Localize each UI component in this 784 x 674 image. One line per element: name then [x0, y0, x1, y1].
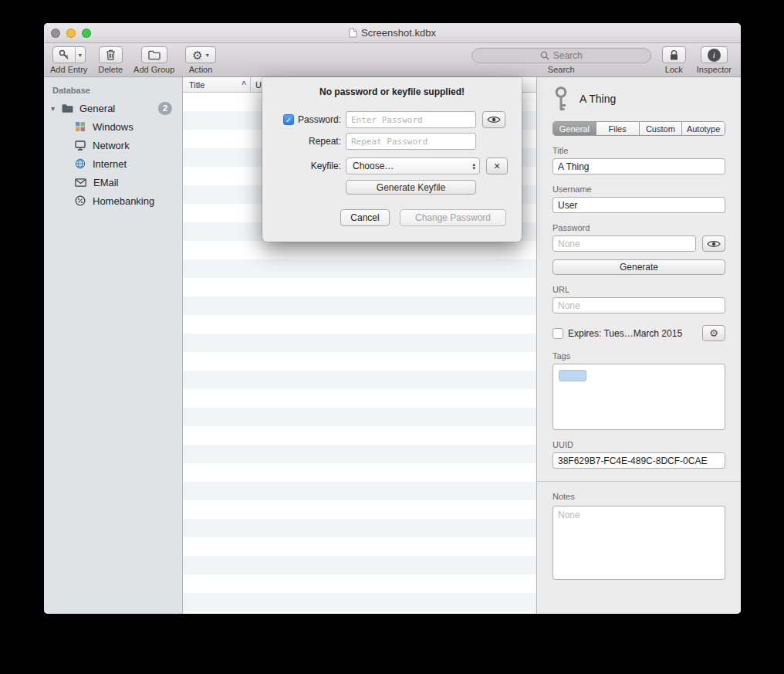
column-username[interactable]: U [251, 77, 262, 92]
action-button[interactable]: ⚙ ▾ [185, 46, 215, 63]
document-icon [349, 28, 357, 38]
chevron-down-icon: ▾ [206, 52, 209, 59]
sheet-buttons: Cancel Change Password [262, 209, 522, 226]
add-entry-item: ▾ Add Entry [50, 46, 87, 74]
sidebar-item-label: General [79, 103, 115, 114]
gear-icon: ⚙ [709, 328, 718, 338]
key-icon [553, 86, 569, 112]
lock-label: Lock [665, 65, 683, 74]
keyfile-popup[interactable]: Choose… ▴▾ [346, 157, 480, 174]
sidebar-item-windows[interactable]: Windows [44, 117, 182, 136]
title-field-label: Title [553, 146, 725, 155]
notes-field[interactable] [553, 506, 725, 580]
add-group-button[interactable] [141, 46, 167, 63]
tag-chip[interactable] [559, 370, 586, 381]
delete-button[interactable] [99, 46, 123, 63]
username-field[interactable] [553, 197, 725, 213]
reveal-password-button[interactable] [702, 235, 725, 252]
add-entry-button[interactable]: ▾ [52, 46, 86, 63]
repeat-input[interactable] [346, 133, 476, 150]
sidebar-item-email[interactable]: EMail [44, 173, 182, 191]
envelope-icon [75, 178, 86, 187]
folder-icon [148, 50, 161, 60]
search-input[interactable]: Search [471, 48, 651, 63]
url-field[interactable] [553, 297, 725, 313]
inspector-divider [537, 481, 741, 482]
generate-password-button[interactable]: Generate [553, 259, 725, 275]
toolbar: ▾ Add Entry Delete Add Group ⚙ ▾ Action [44, 43, 741, 77]
globe-icon [75, 158, 86, 169]
search-icon [540, 51, 549, 60]
uuid-field[interactable] [553, 452, 725, 469]
zoom-button[interactable] [82, 29, 91, 38]
search-label: Search [548, 65, 575, 74]
expires-checkbox[interactable] [553, 328, 563, 339]
change-password-button[interactable]: Change Password [400, 209, 506, 226]
url-field-label: URL [553, 285, 725, 294]
sidebar-item-label: EMail [93, 177, 119, 188]
notes-label: Notes [553, 492, 725, 501]
generate-keyfile-button[interactable]: Generate Keyfile [346, 180, 476, 195]
password-field[interactable] [553, 235, 696, 252]
close-icon: × [494, 160, 500, 172]
lock-button[interactable] [662, 46, 686, 63]
toolbar-right: Search Search Lock i Inspector [471, 46, 732, 74]
sidebar-header: Database [44, 83, 182, 99]
close-button[interactable] [51, 29, 60, 38]
inspector-header: A Thing [553, 85, 725, 113]
sidebar-item-label: Windows [93, 121, 133, 133]
password-label: Password: [298, 114, 341, 125]
expires-row: Expires: Tues…March 2015 ⚙ [553, 325, 725, 341]
inspector-button[interactable]: i [701, 46, 728, 63]
tab-custom[interactable]: Custom [640, 122, 683, 135]
add-entry-dropdown[interactable]: ▾ [75, 47, 85, 63]
window-title: Screenshot.kdbx [361, 27, 436, 39]
column-username-label: U [255, 80, 262, 90]
sheet-message: No password or keyfile supplied! [262, 86, 522, 97]
inspector-tabs: General Files Custom Autotype [553, 121, 725, 136]
sidebar-item-homebanking[interactable]: Homebanking [44, 191, 182, 210]
delete-label: Delete [98, 65, 123, 74]
cancel-button[interactable]: Cancel [340, 209, 390, 226]
windows-icon [75, 121, 86, 132]
search-placeholder: Search [553, 50, 583, 61]
inspector-panel: A Thing General Files Custom Autotype Ti… [536, 77, 741, 614]
password-input[interactable] [346, 111, 476, 128]
sidebar-item-internet[interactable]: Internet [44, 154, 182, 173]
disclosure-triangle-icon[interactable]: ▾ [51, 104, 61, 113]
tags-field[interactable] [553, 364, 725, 430]
password-row: ✓ Password: [262, 111, 522, 128]
minimize-button[interactable] [66, 29, 76, 38]
entry-count-badge: 2 [158, 102, 172, 115]
sidebar-item-network[interactable]: Network [44, 136, 182, 154]
action-item: ⚙ ▾ Action [185, 46, 215, 74]
lock-item: Lock [662, 46, 686, 74]
column-title[interactable]: Title ^ [183, 77, 251, 92]
add-group-item: Add Group [133, 46, 174, 74]
title-field[interactable] [553, 158, 725, 174]
inspector-label: Inspector [697, 65, 732, 74]
add-entry-label: Add Entry [50, 65, 87, 74]
delete-item: Delete [98, 46, 123, 74]
tab-files[interactable]: Files [596, 122, 640, 135]
add-group-label: Add Group [133, 65, 174, 74]
window-title-wrap: Screenshot.kdbx [349, 27, 436, 39]
search-item: Search Search [471, 46, 651, 74]
password-checkbox[interactable]: ✓ [283, 114, 294, 125]
reveal-password-button[interactable] [482, 111, 505, 128]
sidebar: Database ▾ General 2 Windows Network Int… [44, 77, 183, 614]
eye-icon [707, 239, 721, 249]
tab-general[interactable]: General [553, 122, 596, 135]
tab-autotype[interactable]: Autotype [682, 122, 725, 135]
eye-icon [487, 115, 501, 124]
keyfile-label: Keyfile: [311, 161, 341, 171]
expires-options-button[interactable]: ⚙ [702, 325, 725, 341]
entry-title: A Thing [580, 93, 616, 105]
repeat-label: Repeat: [309, 136, 341, 147]
clear-keyfile-button[interactable]: × [486, 157, 508, 174]
sidebar-item-label: Homebanking [93, 195, 154, 207]
expires-label: Expires: Tues…March 2015 [568, 328, 682, 339]
action-label: Action [189, 65, 213, 74]
sidebar-item-general[interactable]: ▾ General 2 [44, 99, 182, 117]
sort-ascending-icon: ^ [242, 80, 246, 89]
